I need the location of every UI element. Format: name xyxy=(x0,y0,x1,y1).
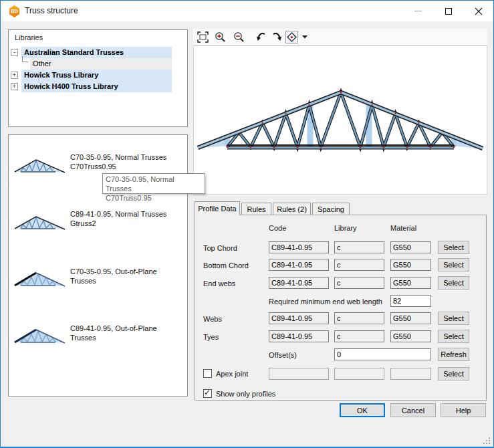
cancel-button[interactable]: Cancel xyxy=(390,403,436,417)
rotate-cw-icon xyxy=(271,31,282,43)
list-item[interactable]: C89-41-0.95, Normal Trusses Gtruss2 xyxy=(9,205,187,245)
tyes-select-button[interactable]: Select xyxy=(438,330,469,343)
show-only-profiles-checkbox[interactable]: ✓ xyxy=(203,389,212,398)
webs-library-field[interactable] xyxy=(334,312,384,324)
bottom-chord-library-field[interactable] xyxy=(334,259,384,271)
list-item[interactable]: C89-41-0.95, Out-of-Plane Trusses xyxy=(9,319,187,359)
profile-data-pane: Code Library Material Top Chord Select B… xyxy=(195,215,487,401)
rotate-cw-button[interactable] xyxy=(270,31,283,43)
row-label-tyes: Tyes xyxy=(203,331,219,343)
zoom-out-icon xyxy=(233,31,245,43)
chevron-down-icon xyxy=(302,35,307,39)
resize-grip[interactable] xyxy=(483,437,491,445)
row-label-webs: Webs xyxy=(203,313,222,325)
fit-view-icon xyxy=(197,31,209,43)
tree-item-howick-truss-library[interactable]: + Howick Truss Library xyxy=(9,70,187,81)
expand-icon[interactable]: + xyxy=(11,83,18,90)
pan-button[interactable] xyxy=(285,31,298,43)
show-only-profiles-label: Show only profiles xyxy=(216,388,275,400)
fit-view-button[interactable] xyxy=(197,31,209,43)
truss-drawing xyxy=(194,46,487,194)
truss-thumbnail-icon xyxy=(13,212,68,232)
libraries-panel: Libraries - Australian Standard Trusses … xyxy=(8,29,188,127)
toolbar-dropdown-button[interactable] xyxy=(300,31,310,43)
tyes-library-field[interactable] xyxy=(334,330,384,342)
tyes-code-field[interactable] xyxy=(269,330,329,342)
webs-select-button[interactable]: Select xyxy=(438,312,469,325)
tab-rules[interactable]: Rules xyxy=(241,203,271,215)
offsets-input[interactable] xyxy=(334,348,431,360)
help-button[interactable]: Help xyxy=(441,403,486,417)
rotate-ccw-icon xyxy=(256,31,267,43)
maximize-button[interactable] xyxy=(433,1,463,21)
apex-material-field[interactable] xyxy=(390,368,431,380)
collapse-icon[interactable]: - xyxy=(11,49,18,56)
end-webs-material-field[interactable] xyxy=(390,277,431,289)
pan-icon xyxy=(286,31,297,43)
column-header-library: Library xyxy=(334,222,357,234)
tree-connector xyxy=(22,56,28,62)
truss-thumbnail-icon xyxy=(13,324,68,346)
tooltip: C70-35-0.95, Normal Trusses C70Truss0.95 xyxy=(102,173,205,194)
list-item-label[interactable]: C70-35-0.95, Normal Trusses C70Truss0.95 xyxy=(70,152,166,171)
minimize-icon xyxy=(414,11,422,11)
close-button[interactable] xyxy=(463,1,493,21)
end-webs-library-field[interactable] xyxy=(334,277,384,289)
app-icon: BD xyxy=(9,5,20,17)
tree-item-howick-h400-truss-library[interactable]: + Howick H400 Truss Library xyxy=(9,81,187,92)
apex-code-field[interactable] xyxy=(269,368,329,380)
list-item-label[interactable]: C89-41-0.95, Out-of-Plane Trusses xyxy=(70,324,157,342)
bottom-chord-code-field[interactable] xyxy=(269,259,329,271)
row-label-bottom-chord: Bottom Chord xyxy=(203,259,249,271)
tab-profile-data[interactable]: Profile Data xyxy=(195,201,240,215)
apex-joint-checkbox[interactable]: ✓ xyxy=(203,369,212,378)
window-title: Truss structure xyxy=(25,6,78,15)
row-label-end-webs: End webs xyxy=(203,277,235,290)
column-header-material: Material xyxy=(390,222,416,234)
top-chord-select-button[interactable]: Select xyxy=(438,241,469,254)
title-bar[interactable]: BD Truss structure xyxy=(1,1,493,21)
bottom-chord-select-button[interactable]: Select xyxy=(438,258,469,271)
minimize-button[interactable] xyxy=(403,1,433,21)
list-item-label[interactable]: C70-35-0.95, Out-of-Plane Trusses xyxy=(70,267,157,286)
top-chord-material-field[interactable] xyxy=(390,241,431,253)
apex-joint-label: Apex joint xyxy=(216,368,248,380)
maximize-icon xyxy=(445,8,452,15)
bottom-chord-material-field[interactable] xyxy=(390,259,431,271)
truss-thumbnail-icon xyxy=(13,267,68,289)
top-chord-code-field[interactable] xyxy=(269,241,329,253)
webs-code-field[interactable] xyxy=(269,312,329,324)
tab-rules-2[interactable]: Rules (2) xyxy=(273,203,311,215)
req-min-end-web-label: Required minimum end web length xyxy=(269,296,382,308)
offsets-label: Offset(s) xyxy=(269,349,297,361)
tab-spacing[interactable]: Spacing xyxy=(312,203,350,215)
zoom-in-icon xyxy=(215,31,226,43)
rotate-ccw-button[interactable] xyxy=(255,31,268,43)
apex-library-field[interactable] xyxy=(334,368,384,380)
refresh-button[interactable]: Refresh xyxy=(438,348,469,361)
tyes-material-field[interactable] xyxy=(390,330,431,342)
list-item-label[interactable]: C89-41-0.95, Normal Trusses Gtruss2 xyxy=(70,209,166,228)
expand-icon[interactable]: + xyxy=(11,72,18,79)
row-label-top-chord: Top Chord xyxy=(203,242,237,254)
webs-material-field[interactable] xyxy=(390,312,431,324)
close-icon xyxy=(475,7,483,15)
ok-button[interactable]: OK xyxy=(340,403,385,417)
req-min-end-web-input[interactable] xyxy=(390,295,431,307)
zoom-in-button[interactable] xyxy=(214,31,227,43)
apex-select-button[interactable]: Select xyxy=(438,367,469,380)
column-header-code: Code xyxy=(269,222,286,234)
preview-toolbar xyxy=(193,29,487,45)
truss-thumbnail-icon xyxy=(13,155,68,175)
end-webs-code-field[interactable] xyxy=(269,277,329,289)
dialog-truss-structure: BD Truss structure Libraries - Australia… xyxy=(0,0,494,448)
top-chord-library-field[interactable] xyxy=(334,241,384,253)
tree-item-other[interactable]: Other xyxy=(9,58,187,70)
zoom-out-button[interactable] xyxy=(233,31,245,43)
list-item[interactable]: C70-35-0.95, Out-of-Plane Trusses xyxy=(9,262,187,302)
end-webs-select-button[interactable]: Select xyxy=(438,276,469,290)
tree-item-australian-standard-trusses[interactable]: - Australian Standard Trusses xyxy=(9,47,187,58)
dialog-body: Libraries - Australian Standard Trusses … xyxy=(1,21,493,447)
libraries-header: Libraries xyxy=(15,33,43,41)
truss-preview-canvas[interactable] xyxy=(193,45,487,195)
